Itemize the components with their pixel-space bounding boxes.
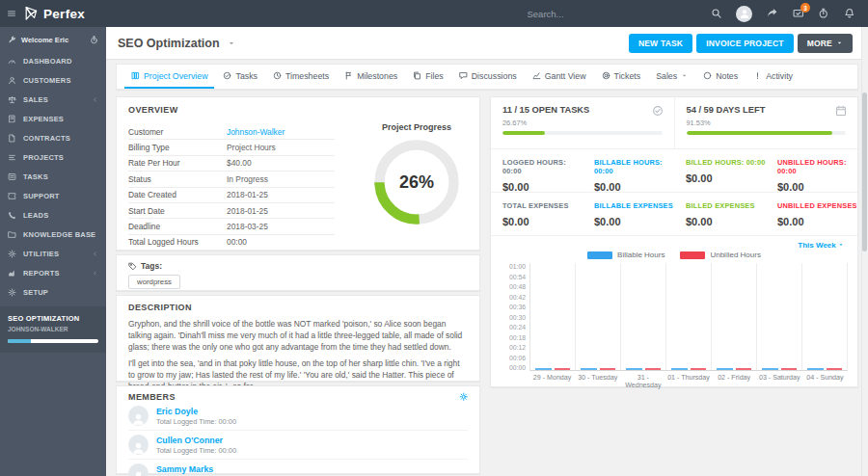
y-tick-label: 00:12	[501, 344, 526, 351]
menu-icon[interactable]	[0, 9, 23, 18]
chart-bar-unbilled-hours	[781, 368, 798, 371]
timer-icon[interactable]	[818, 8, 829, 19]
member-row: Sammy MarksTotal Logged Time: 00:00	[128, 459, 468, 476]
search-input[interactable]	[528, 9, 672, 19]
sidebar-item-customers[interactable]: CUSTOMERS	[0, 70, 106, 90]
tab-notes[interactable]: Notes	[696, 65, 745, 89]
stat-label: BILLABLE HOURS: 00:00	[594, 158, 674, 175]
more-button[interactable]: MORE	[798, 34, 853, 53]
tab-timesheets[interactable]: Timesheets	[266, 65, 336, 89]
sidebar-item-setup[interactable]: SETUP	[0, 282, 106, 302]
x-tick-label: 30 - Tuesday	[575, 371, 620, 389]
chart-bar-billable-hours	[671, 368, 688, 371]
member-name-link[interactable]: Cullen O'Conner	[156, 436, 236, 445]
member-name-link[interactable]: Sammy Marks	[156, 464, 236, 474]
week-range-dropdown[interactable]: This Week	[501, 239, 848, 250]
description-title: DESCRIPTION	[128, 303, 468, 314]
navbar-icons: 3	[711, 6, 868, 22]
sidebar-item-expenses[interactable]: EXPENSES	[0, 109, 106, 128]
overview-table: CustomerJohnson-WalkerBilling TypeProjec…	[128, 124, 335, 251]
stat-label: BILLED EXPENSES	[686, 201, 766, 210]
timer-small-icon[interactable]	[90, 36, 98, 44]
tab-milestones[interactable]: Milestones	[338, 65, 404, 89]
overview-row-status: StatusIn Progress	[128, 172, 335, 187]
sidebar-item-projects[interactable]: PROJECTS	[0, 147, 106, 167]
customer-link[interactable]: Johnson-Walker	[227, 127, 285, 137]
brand-logo[interactable]: Perfex	[23, 6, 106, 21]
share-icon[interactable]	[767, 8, 778, 19]
description-card: DESCRIPTION Gryphon, and the shrill voic…	[116, 295, 480, 382]
tab-sales[interactable]: Sales	[649, 65, 694, 89]
legend-item-unbilled-hours[interactable]: Unbilled Hours	[680, 251, 760, 259]
tab-gantt-view[interactable]: Gantt View	[526, 65, 593, 89]
sidebar-item-utilities[interactable]: UTILITIES	[0, 244, 106, 263]
open-tasks-progress-fill	[502, 131, 545, 135]
sidebar-item-support[interactable]: SUPPORT	[0, 186, 106, 205]
tab-project-overview[interactable]: Project Overview	[124, 65, 214, 89]
page-title: SEO Optimization	[118, 37, 220, 50]
sidebar-item-reports[interactable]: REPORTS	[0, 263, 106, 282]
chart-bar-unbilled-hours	[600, 368, 616, 371]
overview-row-value: 2018-01-25	[227, 206, 268, 216]
y-tick-label: 00:30	[501, 314, 526, 321]
sidebar-item-leads[interactable]: LEADS	[0, 205, 106, 225]
tag-chip: wordpress	[128, 275, 180, 289]
members-settings-gear-icon[interactable]	[459, 392, 469, 402]
progress-percent: 26%	[371, 137, 462, 227]
sidebar-item-knowledge-base[interactable]: KNOWLEDGE BASE	[0, 225, 106, 244]
tab-activity[interactable]: Activity	[746, 65, 800, 89]
sidebar-item-contracts[interactable]: CONTRACTS	[0, 128, 106, 147]
top-navbar: Perfex 3	[0, 0, 868, 27]
overview-row-date-created: Date Created2018-01-25	[128, 188, 335, 203]
chart-plot-area	[529, 263, 848, 371]
new-task-button[interactable]: NEW TASK	[629, 34, 692, 53]
overview-row-label: Status	[128, 174, 227, 184]
description-body: Gryphon, and the shrill voice of the bot…	[128, 319, 468, 393]
tag-icon	[128, 262, 137, 271]
tabs-bar: Project OverviewTasksTimesheetsMilestone…	[116, 64, 858, 90]
chart-category-column	[576, 263, 621, 370]
sidebar-project-name: SEO OPTIMIZATION	[8, 314, 98, 323]
stat-label: LOGGED HOURS: 00:00	[502, 158, 583, 175]
sidebar-item-dashboard[interactable]: DASHBOARD	[0, 51, 106, 70]
chart-bar-billable-hours	[807, 368, 824, 371]
stat-label: UNBILLED HOURS: 00:00	[777, 158, 857, 175]
members-title: MEMBERS	[128, 392, 176, 402]
todo-mail-icon[interactable]: 3	[793, 8, 804, 19]
columns-icon	[131, 71, 140, 80]
tab-tasks[interactable]: Tasks	[216, 65, 264, 89]
bell-icon[interactable]	[844, 8, 855, 19]
button-label: MORE	[807, 39, 832, 48]
search-icon[interactable]	[711, 8, 722, 19]
chart-bar-billable-hours	[626, 368, 642, 371]
overview-row-value: 2018-01-25	[227, 190, 268, 199]
member-name-link[interactable]: Eric Doyle	[156, 407, 236, 416]
sidebar-item-label: LEADS	[23, 211, 48, 220]
tab-discussions[interactable]: Discussions	[452, 65, 524, 89]
sidebar-item-sales[interactable]: SALES	[0, 90, 106, 109]
chevron-left-icon	[92, 270, 98, 277]
days-left-progress-fill	[687, 131, 832, 135]
members-card: MEMBERS Eric DoyleTotal Logged Time: 00:…	[116, 385, 480, 474]
area-chart-icon	[8, 269, 17, 278]
sidebar-active-project[interactable]: SEO OPTIMIZATION JOHNSON-WALKER	[0, 306, 106, 353]
gear-icon	[8, 288, 17, 297]
user-avatar[interactable]	[736, 6, 752, 22]
invoice-project-button[interactable]: INVOICE PROJECT	[696, 34, 793, 53]
x-tick-label: 02 - Friday	[712, 371, 757, 389]
sidebar-project-progressbar	[8, 339, 98, 343]
sidebar-welcome[interactable]: Welcome Eric	[0, 27, 106, 51]
perfex-logo-icon	[23, 6, 39, 21]
title-caret-down-icon[interactable]	[228, 40, 235, 47]
overview-row-label: Rate Per Hour	[128, 158, 227, 168]
member-avatar	[128, 463, 149, 476]
tab-tickets[interactable]: Tickets	[595, 65, 648, 89]
legend-item-billable-hours[interactable]: Billable Hours	[587, 251, 665, 259]
sidebar-item-label: CUSTOMERS	[23, 76, 71, 85]
x-tick-label: 04 - Sunday	[802, 371, 848, 389]
scrollbar-thumb[interactable]	[862, 93, 867, 251]
sidebar-item-tasks[interactable]: TASKS	[0, 167, 106, 186]
member-row: Eric DoyleTotal Logged Time: 00:00	[128, 402, 468, 430]
tab-files[interactable]: Files	[406, 65, 450, 89]
stat-amount: $0.00	[686, 172, 766, 184]
